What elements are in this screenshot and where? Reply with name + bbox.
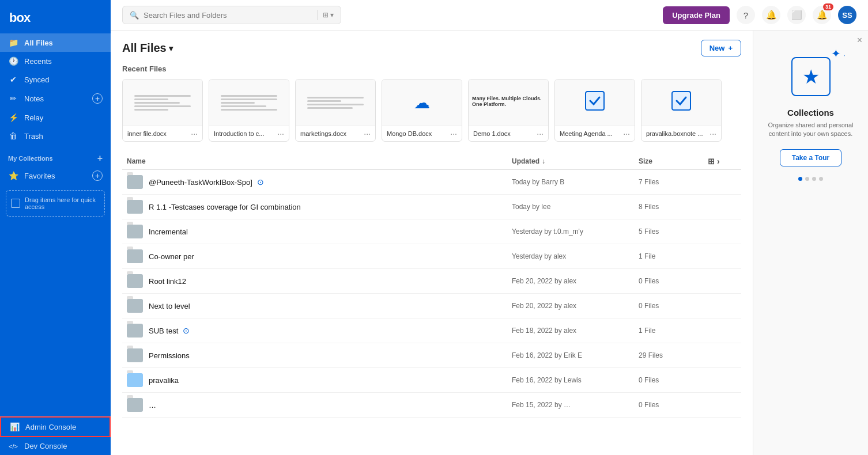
- table-row[interactable]: Permissions Feb 16, 2022 by Erik E 29 Fi…: [122, 343, 741, 368]
- expand-icon[interactable]: ›: [717, 157, 720, 166]
- sidebar-bottom: 📊 Admin Console </> Dev Console: [0, 416, 111, 455]
- collab-icon: ⊙: [257, 177, 264, 187]
- file-row-size: 1 File: [639, 252, 708, 260]
- folder-thumb-icon: [127, 348, 143, 362]
- table-row[interactable]: Root link12 Feb 20, 2022 by alex 0 Files: [122, 269, 741, 294]
- table-row[interactable]: Next to level Feb 20, 2022 by alex 0 Fil…: [122, 294, 741, 318]
- notification-badge: 31: [823, 3, 833, 10]
- file-thumb-more[interactable]: ···: [191, 129, 198, 138]
- sidebar-item-recents[interactable]: 🕐 Recents: [0, 52, 111, 70]
- carousel-dot-3[interactable]: [812, 177, 816, 181]
- search-icon: 🔍: [130, 11, 139, 20]
- alerts-button[interactable]: 🔔 31: [813, 6, 831, 24]
- sidebar-item-label: Favorites: [24, 172, 55, 180]
- carousel-dot-2[interactable]: [805, 177, 809, 181]
- add-collection-button[interactable]: +: [97, 153, 103, 164]
- table-row[interactable]: SUB test ⊙ Feb 18, 2022 by alex 1 File: [122, 318, 741, 343]
- table-row[interactable]: pravalika Feb 16, 2022 by Lewis 0 Files: [122, 368, 741, 393]
- table-row[interactable]: … Feb 15, 2022 by … 0 Files: [122, 393, 741, 418]
- box-icon-button[interactable]: ⬜: [787, 6, 806, 24]
- sidebar-item-admin-console[interactable]: 📊 Admin Console: [0, 416, 111, 437]
- table-row[interactable]: R 1.1 -Testcases coverage for GI combina…: [122, 195, 741, 219]
- file-row-size: 0 Files: [639, 376, 708, 384]
- recent-file-1[interactable]: Introduction to c... ···: [209, 79, 289, 142]
- file-row-updated: Today by lee: [512, 203, 639, 211]
- add-notes-button[interactable]: +: [92, 93, 103, 104]
- file-row-name: Permissions: [149, 351, 512, 360]
- file-row-size: 8 Files: [639, 203, 708, 211]
- carousel-dot-1[interactable]: [798, 177, 802, 181]
- file-thumb-name: Demo 1.docx: [473, 130, 511, 137]
- search-box[interactable]: 🔍 ⊞ ▾: [122, 6, 341, 24]
- title-arrow: ▾: [169, 44, 173, 53]
- file-row-size: 0 Files: [639, 302, 708, 310]
- file-row-name: @Puneeth-TaskWorkIBox-Spo] ⊙: [149, 177, 512, 187]
- file-thumb-name: inner file.docx: [127, 130, 167, 137]
- file-row-size: 0 Files: [639, 401, 708, 409]
- recent-files-label: Recent Files: [122, 65, 741, 73]
- dot-icon: ·: [843, 51, 845, 59]
- file-thumb-more[interactable]: ···: [450, 129, 457, 138]
- file-thumb-more[interactable]: ···: [710, 129, 716, 138]
- file-row-updated: Feb 20, 2022 by alex: [512, 302, 639, 310]
- recent-file-6[interactable]: pravalika.boxnote ... ···: [641, 79, 722, 142]
- new-button[interactable]: New +: [701, 40, 741, 56]
- search-filter-button[interactable]: ⊞ ▾: [323, 11, 334, 19]
- file-thumb-more[interactable]: ···: [623, 129, 630, 138]
- file-thumb-more[interactable]: ···: [364, 129, 371, 138]
- user-avatar[interactable]: SS: [838, 6, 856, 24]
- drag-label: Drag items here for quick access: [25, 196, 100, 210]
- help-button[interactable]: ?: [737, 6, 755, 24]
- main-area: 🔍 ⊞ ▾ Upgrade Plan ? 🔔 ⬜ 🔔 31 SS: [111, 0, 868, 455]
- sidebar-item-relay[interactable]: ⚡ Relay: [0, 108, 111, 127]
- table-row[interactable]: Co-owner per Yesterday by alex 1 File: [122, 244, 741, 269]
- recent-file-3[interactable]: ☁ Mongo DB.docx ···: [382, 79, 462, 142]
- sidebar-item-notes[interactable]: ✏ Notes +: [0, 89, 111, 108]
- page-title[interactable]: All Files ▾: [122, 41, 173, 55]
- folder-thumb-icon: [127, 398, 143, 412]
- folder-thumb-icon: [127, 200, 143, 214]
- sidebar: box 📁 All Files 🕐 Recents ✔ Synced ✏ Not…: [0, 0, 111, 455]
- file-row-size: 1 File: [639, 327, 708, 335]
- table-row[interactable]: @Puneeth-TaskWorkIBox-Spo] ⊙ Today by Ba…: [122, 170, 741, 195]
- sidebar-item-trash[interactable]: 🗑 Trash: [0, 127, 111, 145]
- file-row-updated: Yesterday by t.0.m_m'y: [512, 227, 639, 236]
- table-row[interactable]: Incremental Yesterday by t.0.m_m'y 5 Fil…: [122, 219, 741, 244]
- take-tour-button[interactable]: Take a Tour: [780, 149, 842, 166]
- file-list-header: Name Updated ↓ Size ⊞ ›: [122, 153, 741, 170]
- topbar: 🔍 ⊞ ▾ Upgrade Plan ? 🔔 ⬜ 🔔 31 SS: [111, 0, 868, 31]
- grid-view-icon[interactable]: ⊞: [708, 157, 715, 166]
- panel-close-button[interactable]: ×: [753, 31, 868, 46]
- file-row-name: R 1.1 -Testcases coverage for GI combina…: [149, 203, 512, 211]
- sidebar-item-synced[interactable]: ✔ Synced: [0, 70, 111, 89]
- file-row-name: Co-owner per: [149, 252, 512, 261]
- col-updated-header[interactable]: Updated ↓: [512, 157, 639, 165]
- sidebar-item-label: Dev Console: [24, 442, 67, 450]
- recent-file-5[interactable]: Meeting Agenda ... ···: [554, 79, 635, 142]
- add-favorites-button[interactable]: +: [92, 170, 103, 181]
- recent-file-4[interactable]: Many Files. Multiple Clouds. One Platfor…: [468, 79, 549, 142]
- col-actions-header: ⊞ ›: [708, 157, 737, 166]
- recent-file-2[interactable]: marketings.docx ···: [295, 79, 376, 142]
- sidebar-item-label: Relay: [24, 113, 43, 122]
- sidebar-item-all-files[interactable]: 📁 All Files: [0, 33, 111, 52]
- col-name-header: Name: [127, 157, 512, 165]
- folder-icon: 📁: [8, 38, 18, 47]
- carousel-dot-4[interactable]: [819, 177, 823, 181]
- file-thumb-more[interactable]: ···: [277, 129, 284, 138]
- panel-star-area: ✦ · ★: [753, 46, 868, 108]
- sidebar-item-favorites[interactable]: ⭐ Favorites +: [0, 166, 111, 185]
- search-input[interactable]: [144, 11, 313, 20]
- upgrade-plan-button[interactable]: Upgrade Plan: [663, 6, 730, 24]
- notifications-button[interactable]: 🔔: [762, 6, 780, 24]
- file-row-size: 29 Files: [639, 351, 708, 359]
- sidebar-item-label: All Files: [24, 39, 53, 47]
- recent-file-0[interactable]: inner file.docx ···: [122, 79, 203, 142]
- sidebar-item-dev-console[interactable]: </> Dev Console: [0, 437, 111, 455]
- my-collections-section: My Collections +: [0, 145, 111, 166]
- file-row-name: …: [149, 401, 512, 410]
- file-thumb-name: Meeting Agenda ...: [560, 130, 613, 137]
- sidebar-item-label: Notes: [24, 94, 44, 103]
- box-app-icon: ⬜: [791, 10, 802, 20]
- file-thumb-more[interactable]: ···: [537, 129, 544, 138]
